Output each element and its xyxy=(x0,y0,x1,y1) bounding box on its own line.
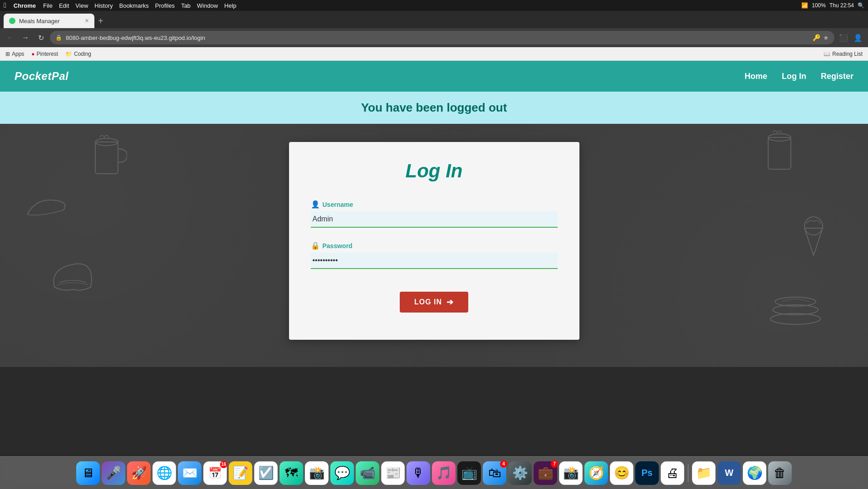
register-nav-link[interactable]: Register xyxy=(821,72,853,81)
clock: Thu 22:54 xyxy=(829,2,854,9)
icecream-doodle xyxy=(795,215,832,269)
dock-item-appletv[interactable]: 📺 xyxy=(457,461,481,462)
food-background: Log In 👤 Username 🔒 Password LOG IN ➔ xyxy=(0,124,868,367)
bookmarks-menu[interactable]: Bookmarks xyxy=(119,2,149,9)
logout-message: You have been logged out xyxy=(361,101,507,114)
dock-item-safari[interactable]: 🧭 xyxy=(584,461,608,462)
username-input[interactable] xyxy=(311,211,558,228)
username-form-group: 👤 Username xyxy=(311,200,558,228)
dock-item-photoshop[interactable]: Ps xyxy=(635,461,659,462)
dock-item-photos[interactable]: 📸 xyxy=(305,461,329,462)
dock-item-finder[interactable]: 🖥 xyxy=(76,461,100,462)
pinterest-bookmark[interactable]: ● Pinterest xyxy=(31,51,58,57)
reading-list-icon: 📖 xyxy=(824,51,830,57)
address-bar-right-icons: 🔑 ★ xyxy=(813,34,829,41)
profiles-menu[interactable]: Profiles xyxy=(155,2,175,9)
help-menu[interactable]: Help xyxy=(224,2,236,9)
coding-label: Coding xyxy=(74,51,91,57)
home-nav-link[interactable]: Home xyxy=(745,72,767,81)
user-icon: 👤 xyxy=(311,200,320,209)
svg-point-7 xyxy=(770,313,820,324)
content-area: PocketPal Home Log In Register You have … xyxy=(0,61,868,462)
view-menu[interactable]: View xyxy=(75,2,88,9)
pancake-doodle xyxy=(768,283,823,328)
tab-menu[interactable]: Tab xyxy=(181,2,191,9)
folder-icon: 📁 xyxy=(65,51,72,57)
active-app-name[interactable]: Chrome xyxy=(14,2,36,9)
tab-close-button[interactable]: × xyxy=(85,17,89,25)
profile-button[interactable]: 👤 xyxy=(852,31,864,44)
login-button-label: LOG IN xyxy=(414,298,442,306)
pinterest-label: Pinterest xyxy=(37,51,58,57)
dock-item-podcasts[interactable]: 🎙 xyxy=(407,461,430,462)
dock-item-mail[interactable]: ✉️ xyxy=(178,461,201,462)
forward-button[interactable]: → xyxy=(19,31,32,44)
nav-links: Home Log In Register xyxy=(745,72,853,81)
password-form-group: 🔒 Password xyxy=(311,241,558,269)
cup-right-doodle xyxy=(764,128,800,183)
dock-item-finder2[interactable]: 📁 xyxy=(692,461,716,462)
key-icon: 🔑 xyxy=(813,34,820,41)
croissant-doodle xyxy=(45,260,100,296)
new-tab-button[interactable]: + xyxy=(94,14,107,28)
coding-bookmark[interactable]: 📁 Coding xyxy=(65,51,91,57)
dock-item-reminders[interactable]: ☑️ xyxy=(254,461,278,462)
svg-point-8 xyxy=(773,305,818,315)
svg-rect-3 xyxy=(768,137,791,169)
login-button[interactable]: LOG IN ➔ xyxy=(400,292,468,313)
wifi-icon: 📶 xyxy=(801,2,808,9)
login-card: Log In 👤 Username 🔒 Password LOG IN ➔ xyxy=(289,142,579,340)
url-text: 8080-amber-bedbug-edwjft3q.ws-eu23.gitpo… xyxy=(66,34,809,41)
active-tab[interactable]: Meals Manager × xyxy=(4,14,94,28)
password-input[interactable] xyxy=(311,253,558,269)
login-nav-link[interactable]: Log In xyxy=(782,72,806,81)
dock-item-appstore[interactable]: 🛍 4 xyxy=(483,461,506,462)
dock-item-monosnap[interactable]: 📸 xyxy=(559,461,583,462)
dock-item-music[interactable]: 🎵 xyxy=(432,461,456,462)
reading-list-label: Reading List xyxy=(832,51,863,57)
dock-item-facetime[interactable]: 📹 xyxy=(356,461,379,462)
svg-rect-0 xyxy=(95,142,118,174)
browser-chrome: Meals Manager × + ← → ↻ 🔒 8080-amber-bed… xyxy=(0,11,868,61)
dock-item-systemprefs[interactable]: ⚙️ xyxy=(508,461,532,462)
pinterest-icon: ● xyxy=(31,51,34,57)
bookmark-star-icon[interactable]: ★ xyxy=(823,34,829,41)
dock-item-news[interactable]: 📰 xyxy=(381,461,405,462)
apps-icon: ⊞ xyxy=(5,51,10,57)
calendar-badge: 16 xyxy=(220,461,227,462)
edit-menu[interactable]: Edit xyxy=(59,2,69,9)
dock-item-emoji[interactable]: 😊 xyxy=(610,461,633,462)
apple-menu-icon[interactable]:  xyxy=(4,1,6,10)
dock-item-trash[interactable]: 🗑 xyxy=(768,461,792,462)
reload-button[interactable]: ↻ xyxy=(34,31,47,44)
slack-badge: 7 xyxy=(551,460,558,462)
dock-item-word[interactable]: W xyxy=(717,461,741,462)
login-title: Log In xyxy=(311,160,558,182)
menubar-right-icons: 📶 100% Thu 22:54 🔍 xyxy=(801,2,864,9)
history-menu[interactable]: History xyxy=(94,2,113,9)
back-button[interactable]: ← xyxy=(4,31,16,44)
window-menu[interactable]: Window xyxy=(197,2,218,9)
dock-item-chrome2[interactable]: 🌍 xyxy=(743,461,766,462)
lock-form-icon: 🔒 xyxy=(311,241,320,250)
search-icon[interactable]: 🔍 xyxy=(858,2,864,9)
dock-item-stickies[interactable]: 📝 xyxy=(229,461,252,462)
dock-item-siri[interactable]: 🎤 xyxy=(102,461,125,462)
dock-item-printer[interactable]: 🖨 xyxy=(661,461,684,462)
bookmarks-bar: ⊞ Apps ● Pinterest 📁 Coding 📖 Reading Li… xyxy=(0,47,868,61)
address-bar[interactable]: 🔒 8080-amber-bedbug-edwjft3q.ws-eu23.git… xyxy=(50,31,834,44)
logout-banner: You have been logged out xyxy=(0,92,868,124)
apps-bookmark[interactable]: ⊞ Apps xyxy=(5,51,24,57)
reading-list-button[interactable]: 📖 Reading List xyxy=(824,51,863,57)
dock-item-chrome[interactable]: 🌐 xyxy=(152,461,176,462)
dock-item-launchpad[interactable]: 🚀 xyxy=(127,461,151,462)
svg-point-9 xyxy=(775,297,816,306)
dock-item-calendar[interactable]: 📅 16 xyxy=(203,461,227,462)
dock-item-messages[interactable]: 💬 xyxy=(330,461,354,462)
dock-item-maps[interactable]: 🗺 xyxy=(280,461,303,462)
apps-label: Apps xyxy=(12,51,24,57)
dock-item-slack[interactable]: 💼 7 xyxy=(534,461,557,462)
extensions-button[interactable]: ⬛ xyxy=(837,31,850,44)
toolbar-right-icons: ⬛ 👤 xyxy=(837,31,864,44)
file-menu[interactable]: File xyxy=(43,2,53,9)
